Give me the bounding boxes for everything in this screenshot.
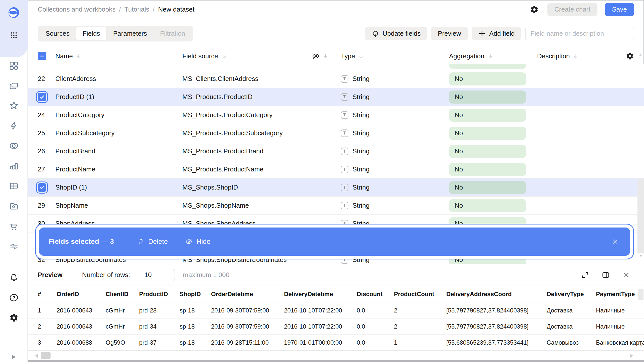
column-header-field-source[interactable]: Field source <box>182 52 312 60</box>
fields-scroll-up-icon[interactable]: ▲ <box>638 52 642 57</box>
field-source: MS_Products.ProductCategory <box>182 111 312 119</box>
type-label: String <box>352 147 370 155</box>
save-button[interactable]: Save <box>605 3 634 16</box>
help-icon[interactable]: ? <box>8 292 19 303</box>
field-type[interactable]: TString <box>341 75 449 83</box>
tab-fields[interactable]: Fields <box>76 27 106 40</box>
sort-arrow-icon[interactable] <box>323 53 329 59</box>
delete-selected-button[interactable]: Delete <box>137 238 168 246</box>
tables-icon[interactable] <box>8 180 19 192</box>
column-header-name[interactable]: Name <box>55 52 182 60</box>
columns-settings-gear-icon[interactable] <box>616 52 634 60</box>
column-header-type[interactable]: Type <box>341 52 449 60</box>
create-chart-button[interactable]: Create chart <box>547 3 597 16</box>
row-checkbox[interactable] <box>38 183 46 192</box>
field-name[interactable]: ClientAddress <box>55 75 182 83</box>
favorites-star-icon[interactable] <box>8 100 19 111</box>
marketplace-cart-icon[interactable] <box>8 221 19 232</box>
update-fields-button[interactable]: Update fields <box>365 27 427 40</box>
type-label: String <box>352 111 370 119</box>
split-view-icon[interactable] <box>600 269 611 281</box>
field-name[interactable]: ShopID (1) <box>55 184 182 191</box>
dataset-settings-gear-icon[interactable] <box>529 4 540 15</box>
apps-grid-icon[interactable] <box>8 30 19 41</box>
expand-sidebar-play-icon[interactable] <box>8 351 19 362</box>
column-header-hidden[interactable] <box>312 52 341 60</box>
tab-parameters[interactable]: Parameters <box>107 27 153 40</box>
field-type[interactable]: TString <box>341 147 449 155</box>
field-type[interactable]: TString <box>341 129 449 137</box>
sort-arrow-icon[interactable] <box>573 53 579 59</box>
app-sidebar: ? <box>0 0 28 362</box>
expand-preview-icon[interactable] <box>580 269 591 281</box>
horizontal-scrollbar[interactable] <box>28 350 644 360</box>
field-type[interactable]: TString <box>341 202 449 209</box>
field-name[interactable]: ProductSubcategory <box>55 129 182 137</box>
preview-column-header: DeliveryAddressCoord <box>446 291 547 298</box>
aggregation-select[interactable]: No <box>449 181 526 194</box>
datalens-logo-icon[interactable] <box>8 7 19 18</box>
preview-button[interactable]: Preview <box>431 27 467 40</box>
horizontal-scroll-thumb[interactable] <box>41 352 51 359</box>
field-type[interactable]: TString <box>341 184 449 191</box>
preview-scroll-thumb[interactable] <box>638 289 643 300</box>
aggregation-select[interactable]: No <box>449 127 526 140</box>
tab-sources[interactable]: Sources <box>39 27 76 40</box>
preview-cell: 2016-09-28T15:11:00 <box>211 339 284 346</box>
collections-icon[interactable] <box>8 80 19 92</box>
charts-icon[interactable] <box>8 160 19 171</box>
aggregation-select[interactable] <box>449 64 526 69</box>
fields-scroll-thumb[interactable] <box>637 179 644 253</box>
aggregation-select[interactable]: No <box>449 163 526 176</box>
field-name[interactable]: ProductID (1) <box>55 93 182 101</box>
sort-arrow-icon[interactable] <box>358 53 364 59</box>
string-type-icon: T <box>341 93 348 101</box>
field-type[interactable]: TString <box>341 165 449 173</box>
quick-actions-lightning-icon[interactable] <box>8 120 19 131</box>
field-search-input[interactable] <box>525 27 634 40</box>
breadcrumb-item[interactable]: Collections and workbooks <box>38 6 115 13</box>
breadcrumb-item: New dataset <box>158 6 194 13</box>
preview-header: Preview Number of rows: maximum 1 000 <box>28 264 644 286</box>
hide-selected-button[interactable]: Hide <box>185 238 211 246</box>
aggregation-select[interactable]: No <box>449 72 526 85</box>
close-selection-icon[interactable] <box>610 236 621 247</box>
preferences-sliders-icon[interactable] <box>8 241 19 252</box>
number-of-rows-input[interactable] <box>140 269 175 281</box>
settings-gear-icon[interactable] <box>8 312 19 323</box>
preview-scroll-down-icon[interactable]: ▼ <box>639 343 643 348</box>
column-header-aggregation[interactable]: Aggregation <box>449 52 537 60</box>
field-name[interactable]: ProductName <box>55 165 182 173</box>
add-field-button[interactable]: Add field <box>472 27 521 40</box>
field-type[interactable]: TString <box>341 93 449 101</box>
notifications-bell-icon[interactable] <box>8 272 19 283</box>
row-checkbox[interactable] <box>38 93 46 101</box>
relations-icon[interactable] <box>8 140 19 151</box>
sort-arrow-icon[interactable] <box>487 53 493 59</box>
dashboards-icon[interactable] <box>8 60 19 71</box>
column-header-description[interactable]: Description <box>537 52 616 60</box>
field-type[interactable]: TString <box>341 111 449 119</box>
select-all-checkbox[interactable] <box>38 52 46 60</box>
field-name[interactable]: ShopName <box>55 202 182 209</box>
field-source-column-label: Field source <box>182 52 218 60</box>
scroll-left-arrow-icon[interactable] <box>35 354 38 358</box>
aggregation-select[interactable]: No <box>449 90 526 104</box>
aggregation-select[interactable]: No <box>449 109 526 122</box>
preview-cell: 2016-09-30T07:59:00 <box>211 307 284 314</box>
field-name[interactable]: ProductCategory <box>55 111 182 119</box>
close-preview-icon[interactable] <box>621 269 632 281</box>
sort-arrow-icon[interactable] <box>221 53 227 59</box>
row-index-cell <box>38 93 55 101</box>
breadcrumb-item[interactable]: Tutorials <box>125 6 149 13</box>
scroll-right-arrow-icon[interactable] <box>630 354 633 358</box>
storage-folder-icon[interactable] <box>8 201 19 212</box>
aggregation-select[interactable]: No <box>449 145 526 158</box>
aggregation-select[interactable]: No <box>449 199 526 212</box>
fields-scroll-down-icon[interactable]: ▼ <box>639 253 643 258</box>
sort-arrow-icon[interactable] <box>76 53 82 59</box>
row-index-cell: 24 <box>38 111 55 119</box>
preview-column-header: ProductID <box>139 291 180 298</box>
field-name[interactable]: ProductBrand <box>55 147 182 155</box>
max-rows-hint: maximum 1 000 <box>183 271 229 279</box>
